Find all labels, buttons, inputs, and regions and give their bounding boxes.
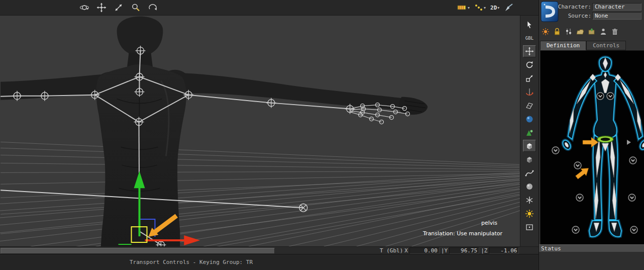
readout-x-label: X (404, 247, 408, 254)
scene-toolbar: GBL (520, 16, 539, 246)
cube-tool-icon[interactable] (523, 153, 536, 165)
viewport-3d-scene[interactable] (0, 16, 520, 246)
translation-readout: T (Gbl) X 0.00 |Y 96.75 |Z -1.06 (380, 247, 519, 254)
readout-y-value[interactable]: 96.75 (449, 247, 479, 254)
view-2d-caret: ▾ (497, 6, 499, 10)
transport-controls-label: Transport Controls - Keying Group: TR (130, 259, 253, 265)
brightness-icon[interactable] (541, 27, 550, 37)
lock-cube-icon[interactable] (552, 27, 562, 37)
panel-footer (539, 252, 644, 270)
scale-tool-icon[interactable] (523, 72, 536, 84)
rotate-tool-icon[interactable] (523, 58, 536, 71)
readout-z-label: |Z (481, 247, 487, 254)
source-select[interactable]: None (592, 12, 641, 20)
manipulator-hint-label: Translation: Use manipulator (423, 230, 502, 237)
readout-x-value[interactable]: 0.00 (409, 247, 440, 254)
zoom-view-icon[interactable] (131, 3, 141, 13)
character-icon[interactable] (598, 27, 608, 37)
snap-tool-icon[interactable] (523, 194, 536, 206)
motionbuilder-window: ▾ ▾ 2D▾ (0, 0, 644, 270)
roll-view-icon[interactable] (148, 3, 158, 13)
tab-controls[interactable]: Controls (586, 41, 626, 50)
tab-definition[interactable]: Definition (540, 41, 586, 50)
character-select[interactable]: Character (592, 3, 641, 11)
keyframe-ruler-caret: ▾ (468, 6, 470, 10)
browser-sphere-icon[interactable] (523, 113, 536, 125)
source-label: Source: (556, 13, 591, 19)
status-label: Status (541, 245, 561, 252)
horizontal-scrollbar[interactable] (1, 248, 275, 254)
trash-icon[interactable] (610, 27, 619, 37)
gbl-mode-label[interactable]: GBL (523, 32, 536, 44)
viewport-toolbar: ▾ ▾ 2D▾ (0, 0, 539, 16)
orbit-view-icon[interactable] (79, 3, 89, 13)
translate-tool-icon[interactable] (523, 45, 536, 57)
plane-tool-icon[interactable] (523, 99, 536, 112)
character-label: Character: (556, 4, 591, 10)
keyframe-ruler-icon[interactable]: ▾ (457, 3, 470, 12)
character-controls-panel: Character: Character Source: None (539, 0, 644, 270)
spline-tool-icon[interactable] (523, 166, 536, 179)
pelvis-effector-selected[interactable] (597, 136, 613, 143)
rotate-axis-tool-icon[interactable] (523, 85, 536, 98)
light-tool-icon[interactable] (523, 207, 536, 220)
readout-y-label: |Y (441, 247, 448, 254)
folder-open-icon[interactable] (575, 27, 585, 37)
viewport-status-bar: T (Gbl) X 0.00 |Y 96.75 |Z -1.06 (0, 246, 539, 254)
pan-view-icon[interactable] (96, 3, 106, 13)
readout-mode-label: T (Gbl) (380, 247, 403, 254)
sphere-tool-icon[interactable] (523, 180, 536, 193)
viewport-3d[interactable]: pelvis Translation: Use manipulator (0, 16, 520, 246)
primitive-cone-icon[interactable] (523, 126, 536, 139)
status-bar: Status (539, 244, 644, 252)
sliders-icon[interactable] (564, 27, 573, 37)
select-cursor-icon[interactable] (523, 18, 536, 31)
snap-points-icon[interactable]: ▾ (474, 3, 486, 12)
dolly-view-icon[interactable] (114, 3, 124, 13)
transport-controls-bar[interactable]: Transport Controls - Keying Group: TR (0, 254, 539, 270)
cube-tool-selected-icon[interactable] (523, 140, 536, 152)
view-2d-toggle[interactable]: 2D▾ (490, 5, 499, 11)
readout-z-value[interactable]: -1.06 (489, 247, 519, 254)
render-region-icon[interactable] (523, 221, 536, 233)
draw-tool-icon[interactable] (504, 3, 514, 13)
character-definition-map[interactable] (540, 50, 644, 245)
snap-points-caret: ▾ (484, 6, 486, 10)
view-2d-label: 2D (490, 5, 497, 11)
character-panel-tabs: Definition Controls (540, 41, 626, 50)
folder-import-icon[interactable] (587, 27, 596, 37)
selected-bone-label: pelvis (481, 220, 497, 226)
character-panel-toolbar (541, 25, 619, 38)
